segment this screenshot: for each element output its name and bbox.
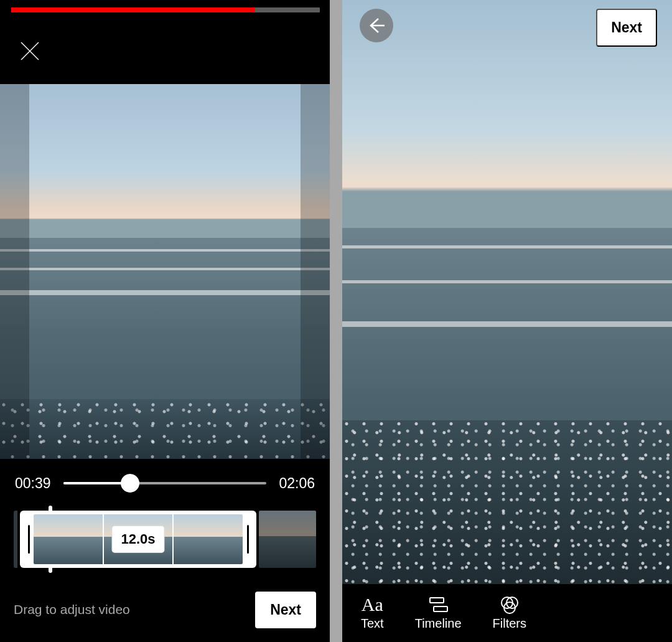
tool-text[interactable]: Aa Text bbox=[361, 595, 384, 631]
editor-screen: Next Aa Text Timeline Filters bbox=[342, 0, 672, 642]
editor-preview[interactable] bbox=[342, 0, 672, 584]
trim-duration-badge: 12.0s bbox=[112, 526, 164, 552]
back-button[interactable] bbox=[360, 9, 393, 42]
filters-icon bbox=[499, 595, 520, 614]
upload-progress-bar bbox=[11, 7, 320, 12]
svg-rect-4 bbox=[434, 607, 447, 611]
tool-label: Text bbox=[361, 616, 384, 631]
trim-thumbnail bbox=[34, 514, 103, 564]
scrubber-fill bbox=[63, 482, 131, 484]
video-preview[interactable] bbox=[0, 84, 330, 459]
screens-gutter bbox=[330, 0, 342, 642]
text-icon: Aa bbox=[362, 595, 383, 614]
trimmer-topbar bbox=[0, 26, 330, 76]
editor-toolbar: Aa Text Timeline Filters bbox=[342, 584, 672, 642]
timeline-icon bbox=[427, 595, 449, 614]
scrubber-track[interactable] bbox=[63, 482, 267, 484]
tool-filters[interactable]: Filters bbox=[493, 595, 526, 631]
svg-rect-3 bbox=[430, 598, 444, 603]
tool-label: Timeline bbox=[415, 616, 462, 631]
trim-handle-left[interactable] bbox=[24, 514, 34, 564]
trim-window[interactable]: 12.0s bbox=[20, 511, 256, 568]
filmstrip-outside-right bbox=[259, 511, 316, 568]
trim-handle-right[interactable] bbox=[243, 514, 253, 564]
trim-filmstrip[interactable]: 12.0s bbox=[14, 511, 316, 568]
crop-mask-left bbox=[0, 84, 29, 459]
filmstrip-thumbnail bbox=[259, 511, 316, 568]
upload-progress-fill bbox=[11, 7, 255, 12]
scrubber-thumb[interactable] bbox=[121, 474, 139, 493]
drag-hint: Drag to adjust video bbox=[14, 602, 130, 617]
trimmer-bottom-row: Drag to adjust video Next bbox=[14, 590, 316, 630]
trim-thumbnail bbox=[174, 514, 243, 564]
next-button[interactable]: Next bbox=[596, 9, 657, 47]
current-time: 00:39 bbox=[15, 475, 51, 492]
total-time: 02:06 bbox=[279, 475, 315, 492]
close-icon[interactable] bbox=[17, 39, 42, 64]
trimmer-screen: 00:39 02:06 12.0s Drag to adjust video N… bbox=[0, 0, 330, 642]
arrow-left-icon bbox=[367, 16, 386, 35]
tool-label: Filters bbox=[493, 616, 526, 631]
tool-timeline[interactable]: Timeline bbox=[415, 595, 462, 631]
crop-mask-right bbox=[301, 84, 330, 459]
scrubber-row: 00:39 02:06 bbox=[0, 466, 330, 501]
next-button[interactable]: Next bbox=[255, 592, 316, 628]
